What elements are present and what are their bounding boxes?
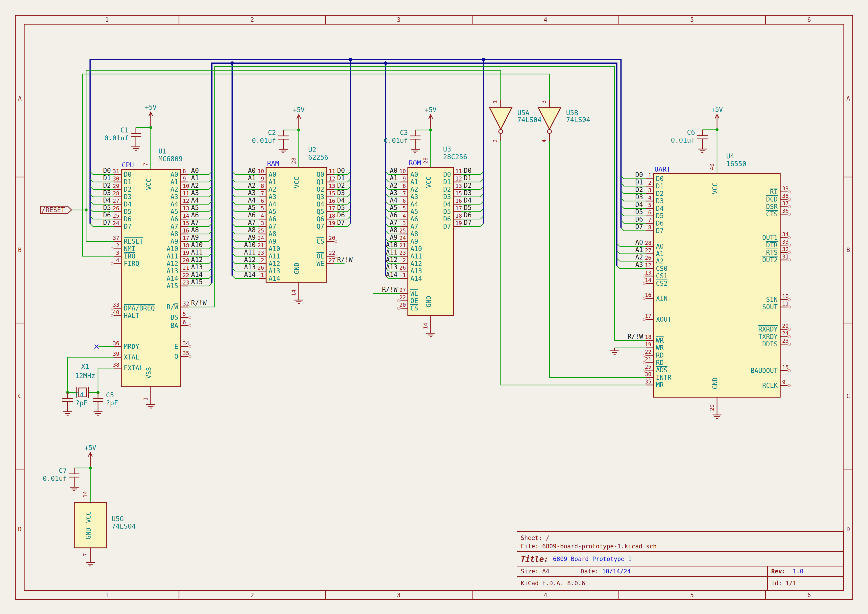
frame-row-label: B xyxy=(846,247,850,254)
pin-number: 14 xyxy=(423,323,429,330)
net-label: A14 xyxy=(386,271,397,278)
inverter-U5A[interactable] xyxy=(490,108,512,129)
pin-number: 17 xyxy=(329,205,335,211)
net-label: D6 xyxy=(337,211,345,219)
pin-number: 12 xyxy=(183,198,189,204)
pin-name: A9 xyxy=(268,238,276,245)
pin-number: 11 xyxy=(329,168,335,174)
pin-number: 28 xyxy=(113,191,119,197)
frame-col-label: 2 xyxy=(251,592,254,598)
pin-name: Q2 xyxy=(316,186,324,193)
ic-body-uart[interactable] xyxy=(653,174,780,397)
pin-name: FIRQ xyxy=(124,260,140,267)
pin-number: 24 xyxy=(113,220,119,226)
ic-part: 28C256 xyxy=(443,153,467,161)
pin-name: D4 xyxy=(443,200,451,208)
pin-name: D7 xyxy=(443,223,451,230)
bus-entry[interactable] xyxy=(480,223,484,226)
pin-name: RTS xyxy=(766,249,778,256)
bus-entry[interactable] xyxy=(621,228,624,231)
inverter-out-wire[interactable] xyxy=(501,141,646,385)
pin-name: XOUT xyxy=(656,316,671,323)
pin-name: DMA/BREQ xyxy=(124,304,155,312)
pin-number: 18 xyxy=(329,213,335,219)
net-label: A5 xyxy=(191,204,199,211)
ic-designator: U2 xyxy=(308,146,316,154)
pin-name: D0 xyxy=(124,171,132,178)
pin-name: VCC xyxy=(711,183,719,194)
pin-number: 9 xyxy=(261,175,264,182)
pin-number: 40 xyxy=(709,164,715,171)
irq-wire[interactable] xyxy=(82,74,114,256)
pin-number: 25 xyxy=(113,213,119,219)
net-label: A14 xyxy=(191,271,203,278)
unconnected-pin-icon xyxy=(111,262,113,265)
net-label: A9 xyxy=(191,234,199,241)
ic-body-u5g[interactable] xyxy=(74,502,107,548)
pin-number: 32 xyxy=(782,246,789,252)
net-label: D2 xyxy=(636,186,643,193)
date-field[interactable]: Date: 10/14/24 xyxy=(577,566,767,576)
bus-entry[interactable] xyxy=(617,266,620,268)
pin-number: 20 xyxy=(183,257,189,264)
frame-row-label: A xyxy=(846,95,850,102)
net-label: D6 xyxy=(636,216,643,223)
pin-number: 10 xyxy=(258,168,264,174)
bus-entry[interactable] xyxy=(347,223,350,226)
net-label: A6 xyxy=(248,211,256,219)
bus-entry[interactable] xyxy=(209,283,212,286)
pin-name: A14 xyxy=(167,275,178,282)
pin-number: 14 xyxy=(645,277,652,283)
size-field[interactable]: Size: A4 xyxy=(517,566,577,576)
frame-col-label: 4 xyxy=(544,16,547,23)
pin-number: 2 xyxy=(648,180,651,186)
net-label: A0 xyxy=(191,167,199,174)
net-label: D0 xyxy=(103,167,111,174)
net-label: D3 xyxy=(636,193,643,201)
file-field[interactable]: File: 6809-board-prototype-1.kicad_sch xyxy=(521,542,843,550)
bus-entry[interactable] xyxy=(232,276,235,279)
title-field[interactable]: 6809 Board Prototype 1 xyxy=(553,555,632,563)
bus-entry[interactable] xyxy=(90,223,93,226)
pin-name: CS xyxy=(410,304,418,312)
rev-field[interactable]: Rev: 1.0 xyxy=(767,566,843,576)
pin-name: A14 xyxy=(268,275,280,282)
net-label: D1 xyxy=(337,174,345,182)
net-label: D2 xyxy=(103,182,111,189)
pin-name: A9 xyxy=(170,238,178,245)
pin-name: BA xyxy=(170,322,178,329)
pin-number: 4 xyxy=(648,195,651,201)
net-label: R/!W xyxy=(191,299,207,307)
cap-value: 0.01uf xyxy=(384,136,408,144)
inverter-out-wire[interactable] xyxy=(549,141,646,378)
pin-name: D7 xyxy=(124,223,132,230)
extal-wire[interactable] xyxy=(98,368,114,392)
net-label: A11 xyxy=(386,248,397,256)
frame-col-label: 3 xyxy=(397,16,400,23)
pin-name: Q3 xyxy=(316,193,324,200)
pin-number: 18 xyxy=(645,334,652,340)
ic-part: 16550 xyxy=(726,160,746,167)
sheet-field[interactable]: Sheet: / xyxy=(521,534,843,542)
pin-number: 25 xyxy=(645,364,652,370)
inverter-U5B[interactable] xyxy=(538,108,561,129)
schematic-canvas[interactable]: 112233445566AABBCCDDCPUU1MC680931D0D030D… xyxy=(0,0,868,614)
pin-number: 31 xyxy=(782,254,789,260)
pin-number: 19 xyxy=(456,220,462,226)
pin-name: A7 xyxy=(410,223,418,230)
frame-row-label: C xyxy=(18,393,22,400)
pin-number: 26 xyxy=(113,205,119,211)
pin-number: 23 xyxy=(183,279,189,286)
net-label: D0 xyxy=(464,167,471,174)
gate-designator: U5B xyxy=(566,109,578,116)
unconnected-pin-icon xyxy=(189,355,191,358)
cap-ref: C7 xyxy=(59,467,67,474)
frame-row-label: D xyxy=(846,526,850,533)
pin-name: A5 xyxy=(410,208,418,216)
pin-name: OUT2 xyxy=(762,256,778,264)
pin-name: OE xyxy=(410,297,418,304)
pin-name: D0 xyxy=(656,175,663,183)
net-label: A4 xyxy=(390,197,397,204)
pin-number: 32 xyxy=(183,301,189,307)
pin-number: 6 xyxy=(648,209,651,216)
